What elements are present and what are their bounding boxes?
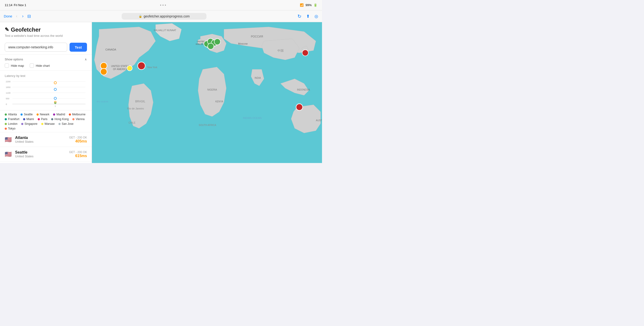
result-item: 🇺🇸 Seattle United States GET - 200 OK 61…: [0, 147, 92, 162]
legend-dot: [72, 118, 74, 120]
left-panel: ✎ Geofetcher Test a website's load time …: [0, 22, 92, 163]
legend-label: Frankfurt: [8, 118, 19, 121]
legend-label: Hong Kong: [54, 118, 68, 121]
lock-icon: 🔒: [138, 15, 142, 18]
svg-text:IFC OCEAN: IFC OCEAN: [97, 101, 108, 103]
legend-label: Seattle: [24, 113, 32, 116]
legend-item: San Jose: [58, 122, 74, 126]
legend-item: Paris: [38, 118, 48, 121]
result-country: United States: [15, 140, 66, 143]
svg-point-12: [54, 88, 56, 91]
tabs-icon[interactable]: ⊟: [27, 14, 31, 19]
svg-text:Moscow: Moscow: [238, 42, 248, 45]
hide-chart-text: Hide chart: [36, 64, 50, 68]
svg-text:0: 0: [6, 103, 7, 105]
hide-map-label[interactable]: Hide map: [5, 64, 24, 68]
latency-chart: 2200 1650 1100 550 0: [5, 80, 87, 108]
done-button[interactable]: Done: [4, 14, 12, 18]
hide-map-checkbox[interactable]: [5, 64, 9, 68]
legend-dot: [5, 114, 7, 116]
country-flag: 🇺🇸: [5, 136, 12, 143]
legend-label: San Jose: [62, 122, 74, 126]
time: 11:14: [5, 3, 12, 7]
date: Fri Nov 1: [14, 3, 26, 7]
legend-dot: [5, 123, 7, 125]
compass-icon[interactable]: ◎: [314, 14, 318, 19]
app-title-text: Geofetcher: [11, 27, 41, 33]
legend-label: Melbourne: [72, 113, 86, 116]
url-bar[interactable]: 🔒 geofetcher.appsinprogress.com: [122, 13, 206, 20]
legend-label: Singapore: [24, 122, 38, 126]
country-flag: 🇺🇸: [5, 151, 12, 158]
chart-legend: AtlantaSeattleNewarkMadridMelbourneFrank…: [0, 110, 92, 132]
svg-text:Rio de Janeiro: Rio de Janeiro: [127, 107, 144, 110]
toolbar-left: Done ‹ › ⊟: [4, 13, 31, 19]
legend-item: Newark: [36, 113, 50, 116]
world-map-svg: CANADA UNITED STATES OF AMERICA KALAALLI…: [92, 22, 322, 163]
legend-item: Warsaw: [41, 122, 55, 126]
svg-text:INDIA: INDIA: [254, 77, 261, 79]
share-icon[interactable]: ⬆: [306, 14, 310, 19]
app-header: ✎ Geofetcher Test a website's load time …: [0, 22, 92, 40]
website-url-input[interactable]: [5, 43, 67, 52]
legend-dot: [69, 114, 71, 116]
legend-item: London: [5, 122, 18, 126]
options-header[interactable]: Show options ∧: [5, 58, 87, 61]
result-city: Seattle: [15, 150, 66, 155]
reload-icon[interactable]: ↻: [298, 14, 302, 19]
svg-text:CANADA: CANADA: [105, 48, 116, 51]
hide-chart-checkbox[interactable]: [30, 64, 34, 68]
svg-text:OF AMERICA: OF AMERICA: [113, 68, 128, 71]
hide-map-text: Hide map: [11, 64, 24, 68]
legend-label: Tokyo: [8, 127, 15, 130]
svg-text:INDONESIA: INDONESIA: [297, 89, 310, 91]
app-subtitle: Test a website's load time across the wo…: [5, 34, 87, 38]
legend-label: Madrid: [56, 113, 65, 116]
svg-text:2200: 2200: [6, 81, 10, 83]
legend-item: Miami: [23, 118, 34, 121]
legend-dot: [38, 118, 40, 120]
legend-dot: [20, 114, 23, 116]
collapse-icon[interactable]: ∧: [85, 58, 87, 61]
wifi-icon: 📶: [300, 3, 304, 7]
chart-container: 2200 1650 1100 550 0: [5, 80, 87, 108]
svg-point-42: [138, 62, 145, 70]
result-info: Atlanta United States: [15, 136, 66, 143]
svg-text:AUSTRA...: AUSTRA...: [316, 119, 322, 122]
legend-dot: [36, 114, 39, 116]
svg-point-49: [296, 104, 303, 110]
svg-point-46: [214, 39, 220, 45]
chart-section: Latency by test 2200 1650 1100 550 0: [0, 71, 92, 110]
svg-text:1: 1: [55, 105, 56, 107]
result-item: 🇺🇸 Atlanta United States GET - 200 OK 40…: [0, 132, 92, 147]
legend-item: Atlanta: [5, 113, 17, 116]
battery-icon: 🔋: [314, 3, 317, 7]
hide-chart-label[interactable]: Hide chart: [30, 64, 50, 68]
result-country: United States: [15, 155, 66, 158]
svg-point-47: [208, 43, 214, 49]
back-button[interactable]: ‹: [15, 13, 18, 19]
toolbar-center: 🔒 geofetcher.appsinprogress.com: [35, 13, 294, 20]
status-right: 📶 99% 🔋: [300, 3, 317, 7]
svg-text:1100: 1100: [6, 92, 10, 94]
legend-item: Frankfurt: [5, 118, 19, 121]
test-button[interactable]: Test: [70, 43, 87, 52]
result-city: Atlanta: [15, 136, 66, 140]
legend-label: Miami: [26, 118, 34, 121]
svg-text:中国: 中国: [278, 49, 284, 52]
legend-label: Atlanta: [8, 113, 17, 116]
result-info: Seattle United States: [15, 150, 66, 158]
svg-text:UNITED STATES: UNITED STATES: [111, 65, 130, 68]
legend-item: Seattle: [20, 113, 32, 116]
legend-item: Singapore: [21, 122, 38, 126]
result-time: 405ms: [69, 139, 87, 143]
legend-item: Vienna: [72, 118, 84, 121]
result-time: 615ms: [69, 154, 87, 158]
options-checkboxes: Hide map Hide chart: [5, 64, 87, 68]
svg-text:New York: New York: [147, 66, 158, 69]
battery-text: 99%: [306, 3, 312, 7]
legend-dot: [53, 114, 55, 116]
forward-button[interactable]: ›: [21, 13, 24, 19]
legend-dot: [41, 123, 43, 125]
status-left: 11:14 Fri Nov 1: [5, 3, 26, 7]
